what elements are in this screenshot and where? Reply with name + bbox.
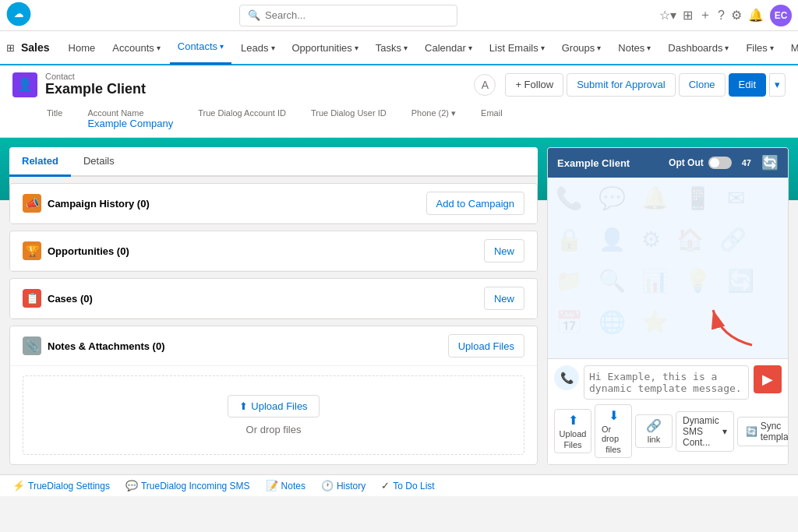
notes-footer-icon: 📝: [266, 480, 278, 491]
nav-groups[interactable]: Groups ▾: [554, 30, 609, 65]
bg-icon-2: 💬: [598, 185, 626, 211]
link-toolbar-button[interactable]: 🔗 link: [635, 414, 673, 448]
footer-truedialog-sms[interactable]: 💬 TrueDialog Incoming SMS: [125, 480, 250, 491]
tab-related[interactable]: Related: [9, 147, 71, 177]
nav-opportunities[interactable]: Opportunities ▾: [284, 30, 366, 65]
record-type-label: Contact: [45, 72, 146, 81]
help-icon[interactable]: ?: [718, 9, 725, 23]
svg-text:☁: ☁: [14, 9, 23, 19]
grid-icon[interactable]: ⊞: [683, 8, 693, 23]
nav-home[interactable]: Home: [61, 30, 104, 65]
sync-templates-button[interactable]: 🔄 Sync templates: [737, 417, 789, 446]
template-caret: ▾: [722, 426, 727, 437]
submit-for-approval-button[interactable]: Submit for Approval: [567, 73, 675, 97]
nav-bar: ⊞ Sales Home Accounts ▾ Contacts ▾ Leads…: [0, 31, 798, 65]
opportunities-section: 🏆 Opportunities (0) New: [9, 231, 538, 272]
message-textarea[interactable]: [584, 365, 749, 400]
bg-icon-17: 🌐: [598, 309, 626, 335]
field-td-account-id: True Dialog Account ID: [198, 108, 286, 129]
template-label: Dynamic SMS Cont...: [683, 415, 719, 448]
actions-dropdown-button[interactable]: ▾: [769, 73, 786, 97]
opt-out-toggle[interactable]: [708, 157, 732, 169]
nav-more[interactable]: More ▾: [783, 30, 798, 65]
cases-header: 📋 Cases (0) New: [10, 279, 537, 319]
notes-attachments-header: 📎 Notes & Attachments (0) Upload Files: [10, 326, 537, 366]
salesforce-logo: ☁: [6, 2, 31, 29]
link-icon: 🔗: [646, 418, 662, 433]
nav-contacts[interactable]: Contacts ▾: [170, 30, 231, 65]
send-button[interactable]: ▶: [754, 365, 782, 393]
nav-calendar[interactable]: Calendar ▾: [417, 30, 480, 65]
notes-attachments-title: 📎 Notes & Attachments (0): [23, 336, 164, 355]
field-phone: Phone (2) ▾: [411, 108, 456, 129]
message-toolbar: ⬆ Upload Files ⬇ Or drop files 🔗 link: [554, 404, 782, 458]
nav-accounts[interactable]: Accounts ▾: [104, 30, 168, 65]
user-avatar[interactable]: EC: [770, 5, 792, 26]
bg-icon-15: 🔄: [727, 268, 754, 294]
field-email: Email: [481, 108, 503, 129]
opportunities-title: 🏆 Opportunities (0): [23, 241, 129, 260]
bg-icon-11: 📁: [556, 268, 583, 294]
search-area: 🔍: [37, 5, 659, 26]
new-opportunity-button[interactable]: New: [484, 239, 524, 262]
edit-button[interactable]: Edit: [729, 73, 766, 97]
tab-details[interactable]: Details: [71, 147, 127, 177]
favorites-icon[interactable]: ☆▾: [659, 8, 676, 23]
record-name-area: Contact Example Client: [45, 72, 146, 97]
notes-attachments-label: Notes & Attachments (0): [48, 340, 164, 352]
nav-notes[interactable]: Notes ▾: [610, 30, 659, 65]
upload-files-toolbar-button[interactable]: ⬆ Upload Files: [554, 409, 591, 453]
bg-icon-14: 💡: [684, 268, 711, 294]
history-footer-label: History: [337, 481, 365, 491]
record-header: 👤 Contact Example Client A + Follow Subm…: [0, 65, 798, 138]
record-title-left: 👤 Contact Example Client: [12, 72, 146, 97]
bg-icon-13: 📊: [641, 268, 669, 294]
tabs-bar: Related Details: [9, 147, 538, 177]
opportunity-icon: 🏆: [23, 241, 41, 260]
bg-icon-1: 📞: [556, 185, 583, 211]
upload-label: Upload: [560, 429, 587, 439]
nav-tasks[interactable]: Tasks ▾: [368, 30, 415, 65]
bg-icon-9: 🏠: [676, 227, 704, 252]
campaign-history-section: 📣 Campaign History (0) Add to Campaign: [9, 183, 538, 224]
top-bar: ☁ 🔍 ☆▾ ⊞ ＋ ? ⚙ 🔔 EC: [0, 0, 798, 31]
search-input[interactable]: [265, 9, 436, 21]
history-footer-icon: 🕐: [321, 480, 334, 491]
case-icon: 📋: [23, 289, 41, 308]
settings-icon[interactable]: ⚙: [731, 8, 742, 23]
add-icon[interactable]: ＋: [699, 7, 711, 23]
clone-button[interactable]: Clone: [679, 73, 726, 97]
footer-truedialog-settings[interactable]: ⚡ TrueDialog Settings: [12, 480, 110, 491]
opportunities-label: Opportunities (0): [48, 245, 129, 257]
refresh-icon[interactable]: 🔄: [761, 154, 779, 171]
new-case-button[interactable]: New: [484, 287, 524, 310]
nav-leads[interactable]: Leads ▾: [233, 30, 282, 65]
follow-button[interactable]: + Follow: [505, 73, 563, 97]
add-to-campaign-button[interactable]: Add to Campaign: [426, 192, 524, 215]
footer-notes[interactable]: 📝 Notes: [266, 480, 305, 491]
nav-dashboards[interactable]: Dashboards ▾: [660, 30, 736, 65]
upload-files-button[interactable]: ⬆ Upload Files: [228, 395, 319, 417]
template-dropdown[interactable]: Dynamic SMS Cont... ▾: [676, 411, 734, 452]
sync-icon: 🔄: [746, 426, 757, 437]
link-label: link: [648, 435, 661, 444]
upload-files-button-header[interactable]: Upload Files: [448, 334, 524, 358]
bg-icon-16: 📅: [556, 309, 583, 335]
opportunities-header: 🏆 Opportunities (0) New: [10, 231, 537, 271]
drop-files-toolbar-button[interactable]: ⬇ Or drop files: [595, 404, 632, 458]
bg-icon-8: ⚙: [641, 227, 661, 252]
nav-list-emails[interactable]: List Emails ▾: [482, 30, 553, 65]
files-label2: files: [606, 445, 621, 454]
upload-drop-area[interactable]: ⬆ Upload Files Or drop files: [23, 375, 524, 455]
apps-menu-button[interactable]: ⊞: [6, 37, 15, 58]
todo-footer-label: To Do List: [393, 481, 434, 491]
upload-icon: ⬆: [239, 400, 248, 412]
footer-history[interactable]: 🕐 History: [321, 480, 365, 491]
search-box[interactable]: 🔍: [239, 5, 457, 26]
footer-to-do-list[interactable]: ✓ To Do List: [381, 480, 434, 491]
nav-files[interactable]: Files ▾: [738, 30, 781, 65]
notifications-icon[interactable]: 🔔: [748, 8, 764, 23]
opt-out-label: Opt Out: [669, 157, 704, 168]
settings-footer-icon: ⚡: [12, 480, 25, 491]
field-title: Title: [47, 108, 62, 129]
